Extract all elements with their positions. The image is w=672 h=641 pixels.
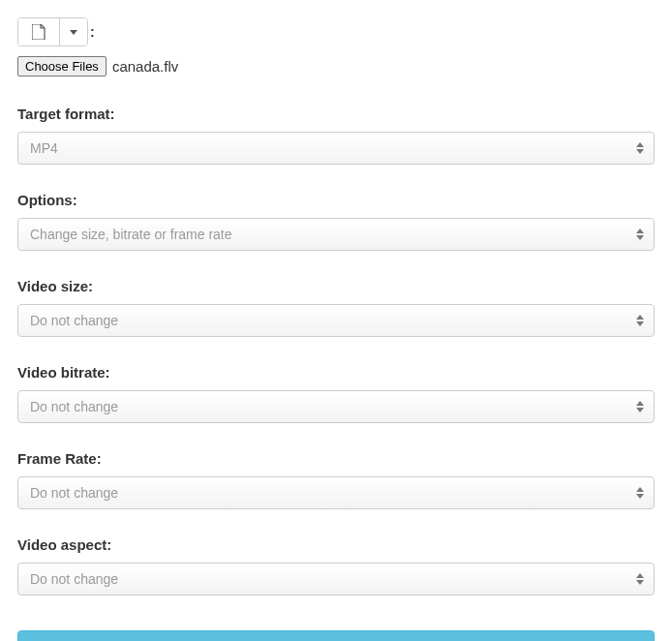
source-colon: : xyxy=(90,24,95,40)
field-options: Options: Change size, bitrate or frame r… xyxy=(17,192,655,251)
field-target-format: Target format: MP4 xyxy=(17,106,655,165)
new-file-button[interactable] xyxy=(18,18,60,46)
choose-files-button[interactable]: Choose Files xyxy=(17,56,107,76)
select-value: Do not change xyxy=(30,571,118,587)
label-options: Options: xyxy=(17,192,655,208)
select-video-aspect[interactable]: Do not change xyxy=(17,563,655,595)
field-video-bitrate: Video bitrate: Do not change xyxy=(17,364,655,423)
sort-icon xyxy=(636,142,644,154)
label-video-size: Video size: xyxy=(17,278,655,294)
select-value: Do not change xyxy=(30,399,118,414)
field-video-aspect: Video aspect: Do not change xyxy=(17,536,655,595)
sort-icon xyxy=(636,229,644,240)
label-video-aspect: Video aspect: xyxy=(17,536,655,553)
source-row: : xyxy=(17,17,655,46)
sort-icon xyxy=(636,573,644,585)
label-frame-rate: Frame Rate: xyxy=(17,450,655,467)
label-video-bitrate: Video bitrate: xyxy=(17,364,655,381)
select-value: Do not change xyxy=(30,313,118,328)
select-value: Do not change xyxy=(30,485,118,501)
select-value: MP4 xyxy=(30,140,58,156)
field-frame-rate: Frame Rate: Do not change xyxy=(17,450,655,509)
label-target-format: Target format: xyxy=(17,106,655,122)
select-video-bitrate[interactable]: Do not change xyxy=(17,390,655,423)
file-icon xyxy=(32,24,46,40)
sort-icon xyxy=(636,487,644,499)
source-dropdown-button[interactable] xyxy=(60,18,87,46)
selected-file-name: canada.flv xyxy=(112,58,178,75)
select-target-format[interactable]: MP4 xyxy=(17,132,655,165)
select-value: Change size, bitrate or frame rate xyxy=(30,227,232,242)
select-options[interactable]: Change size, bitrate or frame rate xyxy=(17,218,655,251)
select-video-size[interactable]: Do not change xyxy=(17,304,655,337)
sort-icon xyxy=(636,401,644,412)
source-button-group xyxy=(17,17,88,46)
sort-icon xyxy=(636,315,644,326)
select-frame-rate[interactable]: Do not change xyxy=(17,476,655,509)
caret-down-icon xyxy=(70,30,77,35)
convert-button[interactable]: Convert Now! xyxy=(17,630,655,641)
field-video-size: Video size: Do not change xyxy=(17,278,655,337)
file-input-row: Choose Files canada.flv xyxy=(17,56,655,76)
